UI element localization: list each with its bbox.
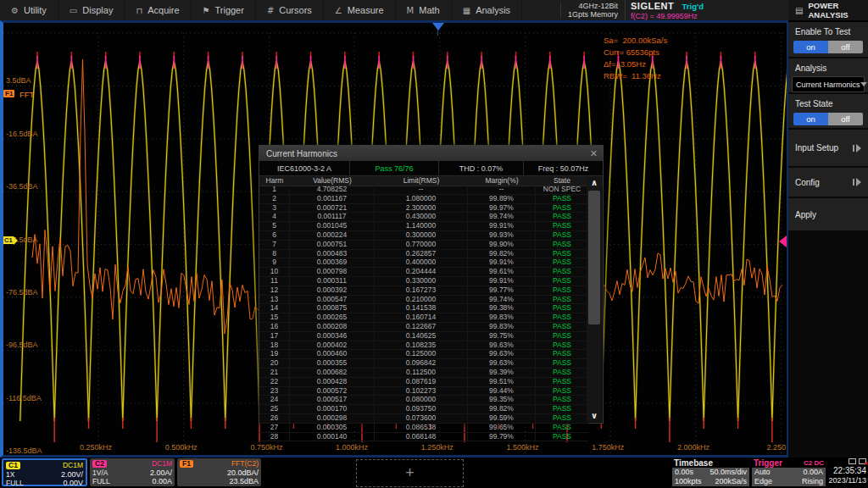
timebase-scale: 50.0ms/div bbox=[709, 468, 747, 477]
limit-cell: 0.122667 bbox=[375, 323, 468, 331]
state-cell: PASS bbox=[536, 213, 588, 221]
trigger-source: C2 DC bbox=[804, 459, 824, 467]
limit-cell: 2.300000 bbox=[375, 204, 468, 213]
menu-item-label: Utility bbox=[24, 5, 47, 15]
menu-item-label: Analysis bbox=[476, 5, 510, 15]
x-axis-label: 2.000kHz bbox=[677, 443, 709, 452]
limit-cell: 0.167273 bbox=[375, 286, 468, 295]
harm-cell: 24 bbox=[259, 396, 290, 404]
apply-button[interactable]: Apply bbox=[795, 210, 816, 219]
x-axis-label: 1.250kHz bbox=[421, 443, 453, 452]
column-header: Value(RMS) bbox=[290, 176, 375, 186]
trigger-level-marker[interactable] bbox=[779, 236, 787, 247]
pass-count: Pass 76/76 bbox=[350, 161, 439, 175]
config-section[interactable]: Config bbox=[788, 168, 868, 197]
input-setup-section[interactable]: Input Setup bbox=[788, 130, 868, 166]
limit-cell: 0.086538 bbox=[375, 424, 468, 432]
table-row: 280.0001400.06814899.79%PASS bbox=[259, 433, 588, 442]
c2-coupling: DC1M bbox=[152, 459, 172, 468]
limit-cell: 0.096842 bbox=[375, 359, 468, 368]
table-row: 80.0004830.26285799.82%PASS bbox=[259, 250, 588, 259]
enable-to-test-section: Enable To Test on off bbox=[788, 22, 868, 57]
channel-c2-box[interactable]: C2 DC1M 1V/A 2.00A/ FULL 0.00A bbox=[90, 458, 175, 486]
menu-item-acquire[interactable]: ⊓Acquire bbox=[125, 0, 191, 20]
value-cell: 0.001045 bbox=[290, 222, 375, 230]
math-f1-box[interactable]: F1 FFT(C2) 20.0dBA/ 23.5dBA bbox=[177, 458, 261, 486]
menu-item-measure[interactable]: ∠Measure bbox=[324, 0, 396, 20]
test-state-toggle: on off bbox=[793, 113, 863, 125]
enable-on-button[interactable]: on bbox=[793, 41, 828, 53]
limit-cell: 0.210000 bbox=[375, 296, 468, 304]
margin-cell: 99.63% bbox=[468, 359, 536, 368]
x-axis-label: 0.250kHz bbox=[80, 443, 112, 452]
margin-cell: 99.63% bbox=[468, 350, 536, 358]
c1-level-marker[interactable]: C1 bbox=[3, 236, 14, 244]
plus-icon: + bbox=[405, 464, 415, 482]
harm-cell: 26 bbox=[259, 414, 290, 423]
siglent-logo: SIGLENT bbox=[631, 1, 674, 11]
state-cell: PASS bbox=[536, 414, 588, 423]
value-cell: 0.000547 bbox=[290, 296, 375, 304]
close-icon[interactable]: ✕ bbox=[590, 149, 598, 158]
menu-item-label: Cursors bbox=[279, 5, 312, 15]
apply-section[interactable]: Apply bbox=[788, 198, 868, 230]
harm-cell: 11 bbox=[259, 277, 290, 286]
timebase-box[interactable]: Timebase 0.00s 50.0ms/div 100kpts 200kSa… bbox=[672, 458, 749, 487]
submenu-arrow-icon bbox=[853, 178, 861, 186]
f1-trace-badge[interactable]: F1 bbox=[3, 90, 14, 97]
c2-bandwidth: FULL bbox=[92, 477, 110, 485]
add-channel-button[interactable]: + bbox=[356, 459, 464, 487]
margin-cell: 99.51% bbox=[468, 378, 536, 386]
value-cell: 0.000298 bbox=[290, 414, 375, 423]
fft-info-readout: Sa= 200.00kSa/s Curr= 65536pts Δf= 3.05H… bbox=[604, 35, 667, 82]
limit-cell: 1.140000 bbox=[375, 222, 468, 230]
c1-bandwidth: FULL bbox=[6, 479, 24, 487]
analysis-dropdown[interactable]: Current Harmonics bbox=[792, 76, 865, 92]
limit-cell: 0.140625 bbox=[375, 332, 468, 341]
x-axis-label: 1.000kHz bbox=[336, 443, 368, 452]
scroll-up-icon[interactable]: ∧ bbox=[587, 176, 602, 189]
f1-offset: 23.5dBA bbox=[229, 477, 259, 485]
menu-item-display[interactable]: ▭Display bbox=[58, 0, 125, 20]
state-cell: PASS bbox=[536, 296, 588, 304]
state-cell: PASS bbox=[536, 313, 588, 322]
trigger-box[interactable]: Trigger C2 DC Auto 0.00A Edge Rising bbox=[752, 458, 826, 487]
harmonics-table: 14.708252----NON SPEC20.0011671.08000099… bbox=[259, 186, 588, 422]
state-cell: PASS bbox=[536, 258, 588, 267]
enable-off-button[interactable]: off bbox=[828, 41, 863, 53]
state-cell: PASS bbox=[536, 241, 588, 249]
margin-cell: 99.38% bbox=[468, 304, 536, 313]
menu-item-cursors[interactable]: #Cursors bbox=[256, 0, 324, 20]
state-cell: PASS bbox=[536, 378, 588, 386]
table-scrollbar[interactable]: ∧ ∨ bbox=[587, 176, 602, 422]
state-cell: PASS bbox=[536, 387, 588, 396]
menu-item-trigger[interactable]: ⚑Trigger bbox=[192, 0, 256, 20]
column-header: Harm bbox=[259, 176, 290, 186]
table-row: 90.0003690.40000099.91%PASS bbox=[259, 258, 588, 268]
menu-item-utility[interactable]: ⚙Utility bbox=[0, 0, 58, 20]
table-row: 180.0004020.10823599.63%PASS bbox=[259, 341, 588, 351]
test-off-button[interactable]: off bbox=[828, 113, 863, 125]
menu-item-analysis[interactable]: ▦Analysis bbox=[452, 0, 522, 20]
margin-cell: 99.82% bbox=[468, 405, 536, 413]
trigger-level: 0.00A bbox=[803, 468, 823, 477]
scrollbar-thumb[interactable] bbox=[588, 191, 600, 324]
limit-cell: -- bbox=[375, 186, 468, 194]
menu-item-math[interactable]: MMath bbox=[396, 0, 452, 20]
scroll-down-icon[interactable]: ∨ bbox=[587, 409, 602, 422]
test-on-button[interactable]: on bbox=[793, 113, 828, 125]
margin-cell: 99.91% bbox=[468, 277, 536, 286]
trigger-label: Trigger bbox=[754, 458, 782, 468]
c1-badge: C1 bbox=[6, 462, 20, 469]
trigger-position-marker[interactable] bbox=[432, 23, 444, 30]
c1-atten: 1X bbox=[6, 470, 14, 479]
harm-cell: 22 bbox=[259, 378, 290, 386]
margin-cell: 99.35% bbox=[468, 396, 536, 404]
memory-label: 1Gpts Memory bbox=[568, 10, 618, 19]
state-cell: PASS bbox=[536, 332, 588, 341]
display-icon: ▭ bbox=[70, 6, 77, 15]
utility-icon: ⚙ bbox=[11, 6, 19, 15]
state-cell: PASS bbox=[536, 323, 588, 331]
channel-c1-box[interactable]: C1 DC1M 1X 2.00V/ FULL 0.00V bbox=[2, 458, 87, 486]
network-icons bbox=[825, 458, 866, 466]
